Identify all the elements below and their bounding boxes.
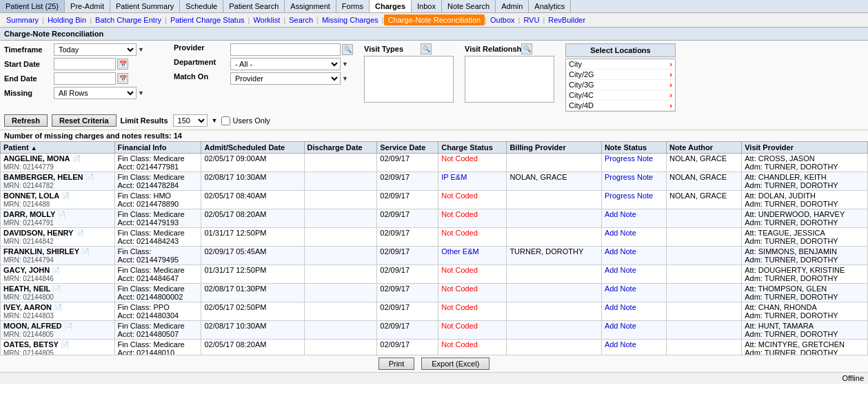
nav-patient-search[interactable]: Patient Search bbox=[223, 0, 285, 12]
subnav-revbuilder[interactable]: RevBuilder bbox=[545, 14, 589, 25]
note-status-link[interactable]: Progress Note bbox=[605, 191, 653, 200]
patient-sort-icon: ▲ bbox=[31, 145, 37, 152]
subnav-search[interactable]: Search bbox=[285, 14, 316, 25]
col-header-patient[interactable]: Patient ▲ bbox=[1, 142, 115, 154]
limit-results-label: Limit Results bbox=[121, 116, 169, 125]
provider-search-icon[interactable]: 🔍 bbox=[342, 44, 353, 55]
charge-status-link[interactable]: Not Coded bbox=[441, 229, 478, 237]
nav-pre-admit[interactable]: Pre-Admit bbox=[65, 0, 110, 12]
nav-patient-list[interactable]: Patient List (25) bbox=[0, 0, 65, 12]
doc-icon: 📄 bbox=[61, 192, 70, 200]
cell-admit-date: 02/08/17 10:30AM bbox=[201, 321, 304, 340]
note-status-link[interactable]: Add Note bbox=[605, 284, 636, 293]
match-on-select[interactable]: Provider bbox=[230, 72, 341, 85]
missing-select[interactable]: All Rows Missing Charges Missing Notes bbox=[54, 87, 137, 99]
charge-status-link[interactable]: Not Coded bbox=[441, 340, 478, 349]
nav-schedule[interactable]: Schedule bbox=[180, 0, 223, 12]
charge-status-link[interactable]: Not Coded bbox=[441, 322, 478, 330]
subnav-worklist[interactable]: Worklist bbox=[250, 14, 283, 25]
start-date-input[interactable] bbox=[54, 58, 116, 70]
visit-relationships-textarea[interactable] bbox=[465, 56, 554, 103]
end-date-input[interactable] bbox=[54, 72, 116, 85]
patient-name[interactable]: DAVIDSON, HENRY bbox=[3, 229, 73, 237]
charge-status-link[interactable]: Not Coded bbox=[441, 284, 478, 293]
charge-status-link[interactable]: Other E&M bbox=[441, 247, 478, 256]
refresh-button[interactable]: Refresh bbox=[4, 114, 48, 127]
cell-visit-provider: Att: DOUGHERTY, KRISTINEAdm: TURNER, DOR… bbox=[742, 265, 868, 284]
provider-input[interactable]: NOLAN, GRACE bbox=[230, 43, 341, 56]
visit-relationships-search-icon[interactable]: 🔍 bbox=[521, 43, 532, 54]
patient-name[interactable]: GACY, JOHN bbox=[3, 266, 50, 274]
note-status-link[interactable]: Add Note bbox=[605, 303, 636, 311]
nav-admin[interactable]: Admin bbox=[496, 0, 529, 12]
note-status-link[interactable]: Add Note bbox=[605, 322, 636, 330]
visit-types-textarea[interactable] bbox=[364, 56, 454, 103]
limit-results-select[interactable]: 50 100 150 200 bbox=[173, 114, 208, 127]
select-locations-button[interactable]: Select Locations bbox=[565, 43, 676, 57]
note-status-link[interactable]: Progress Note bbox=[605, 173, 653, 181]
cell-financial-info: Fin Class: MedicareAcct: 0214480507 bbox=[114, 321, 201, 340]
cell-financial-info: Fin Class:Acct: 0214479495 bbox=[114, 247, 201, 265]
nav-forms[interactable]: Forms bbox=[336, 0, 370, 12]
patient-mrn: MRN: 02144794 bbox=[3, 256, 54, 264]
charge-status-link[interactable]: IP E&M bbox=[441, 173, 467, 181]
subnav-summary[interactable]: Summary bbox=[3, 14, 42, 25]
subnav-charge-note-reconciliation[interactable]: Charge-Note Reconciliation bbox=[384, 14, 485, 25]
start-date-calendar-icon[interactable]: 📅 bbox=[117, 59, 128, 70]
subnav-outbox[interactable]: Outbox bbox=[487, 14, 518, 25]
patient-name[interactable]: ANGELINE, MONA bbox=[3, 154, 70, 163]
patient-name[interactable]: DARR, MOLLY bbox=[3, 210, 55, 218]
users-only-checkbox[interactable] bbox=[221, 116, 230, 125]
users-only-label: Users Only bbox=[221, 116, 270, 125]
patient-name[interactable]: BAMBERGER, HELEN bbox=[3, 173, 83, 181]
note-status-link[interactable]: Add Note bbox=[605, 210, 636, 218]
subnav-patient-charge-status[interactable]: Patient Charge Status bbox=[167, 14, 248, 25]
offline-status: Offline bbox=[842, 374, 864, 382]
note-status-link[interactable]: Add Note bbox=[605, 266, 636, 274]
cell-service-date: 02/09/17 bbox=[377, 284, 438, 302]
charge-status-link[interactable]: Not Coded bbox=[441, 303, 478, 311]
charge-status-link[interactable]: Not Coded bbox=[441, 191, 478, 200]
cell-note-author bbox=[666, 265, 741, 284]
subnav-holding-bin[interactable]: Holding Bin bbox=[44, 14, 90, 25]
patient-name[interactable]: MOON, ALFRED bbox=[3, 322, 62, 330]
subnav-batch-charge-entry[interactable]: Batch Charge Entry bbox=[92, 14, 165, 25]
charge-status-link[interactable]: Not Coded bbox=[441, 154, 478, 163]
department-select[interactable]: - All - bbox=[230, 58, 341, 70]
cell-financial-info: Fin Class: PPOAcct: 0214480304 bbox=[114, 302, 201, 321]
charge-status-link[interactable]: Not Coded bbox=[441, 210, 478, 218]
patient-name[interactable]: BONNET, LOLA bbox=[3, 191, 59, 200]
results-table-container: Patient ▲ Financial Info Admit/Scheduled… bbox=[0, 141, 868, 355]
note-status-link[interactable]: Add Note bbox=[605, 229, 636, 237]
visit-types-search-icon[interactable]: 🔍 bbox=[421, 43, 432, 54]
patient-name[interactable]: HEATH, NEIL bbox=[3, 284, 50, 293]
charge-status-link[interactable]: Not Coded bbox=[441, 266, 478, 274]
print-button[interactable]: Print bbox=[379, 357, 415, 370]
nav-note-search[interactable]: Note Search bbox=[442, 0, 496, 12]
location-city-arrow-icon: › bbox=[669, 60, 672, 68]
end-date-calendar-icon[interactable]: 📅 bbox=[117, 73, 128, 84]
cell-discharge-date bbox=[304, 172, 377, 191]
patient-name[interactable]: FRANKLIN, SHIRLEY bbox=[3, 247, 79, 256]
nav-inbox[interactable]: Inbox bbox=[412, 0, 442, 12]
nav-charges[interactable]: Charges bbox=[370, 0, 412, 12]
subnav-rvu[interactable]: RVU bbox=[520, 14, 543, 25]
cell-billing-provider: TURNER, DOROTHY bbox=[507, 247, 602, 265]
timeframe-select[interactable]: Today Yesterday This Week Custom bbox=[54, 43, 137, 56]
nav-patient-summary[interactable]: Patient Summary bbox=[110, 0, 180, 12]
subnav-missing-charges[interactable]: Missing Charges bbox=[319, 14, 382, 25]
cell-note-status: Add Note bbox=[601, 209, 666, 228]
nav-assignment[interactable]: Assignment bbox=[285, 0, 336, 12]
note-status-link[interactable]: Progress Note bbox=[605, 154, 653, 163]
cell-charge-status: Not Coded bbox=[438, 228, 507, 247]
nav-analytics[interactable]: Analytics bbox=[529, 0, 571, 12]
patient-name[interactable]: OATES, BETSY bbox=[3, 340, 59, 349]
reset-criteria-button[interactable]: Reset Criteria bbox=[52, 114, 117, 127]
note-status-link[interactable]: Add Note bbox=[605, 247, 636, 256]
cell-financial-info: Fin Class: HMOAcct: 0214478890 bbox=[114, 191, 201, 209]
results-count: Number of missing charges and notes resu… bbox=[0, 130, 868, 141]
end-date-label: End Date bbox=[4, 74, 52, 83]
patient-name[interactable]: IVEY, AARON bbox=[3, 303, 52, 311]
note-status-link[interactable]: Add Note bbox=[605, 340, 636, 349]
export-excel-button[interactable]: Export (Excel) bbox=[421, 357, 489, 370]
